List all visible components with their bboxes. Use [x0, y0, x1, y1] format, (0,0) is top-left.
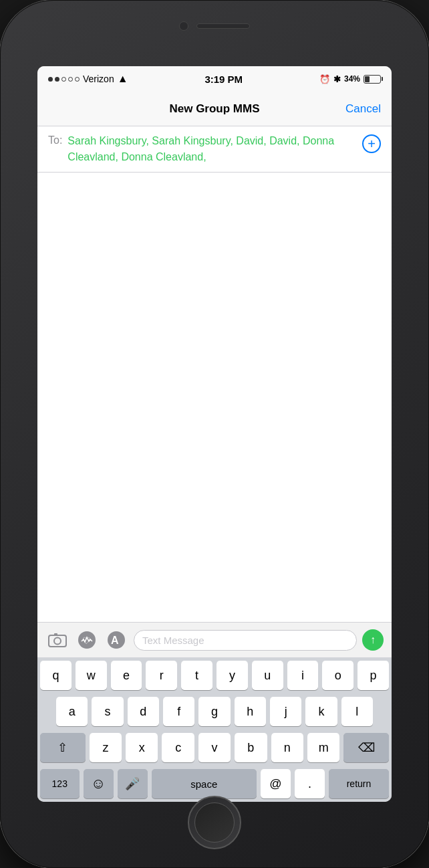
signal-dot-3	[61, 77, 66, 82]
numbers-key[interactable]: 123	[40, 769, 80, 798]
send-button[interactable]: ↑	[362, 629, 384, 651]
key-c[interactable]: c	[162, 733, 194, 762]
mic-key[interactable]: 🎤	[118, 769, 148, 798]
message-body[interactable]	[37, 173, 392, 622]
status-right: ⏰ ✱ 34%	[319, 74, 381, 84]
status-time: 3:19 PM	[204, 74, 243, 85]
front-camera	[179, 21, 188, 31]
period-key[interactable]: .	[295, 769, 325, 798]
home-button-inner	[194, 802, 235, 843]
at-label: @	[269, 777, 281, 791]
status-left: Verizon ▲	[48, 73, 128, 85]
delete-icon: ⌫	[358, 740, 375, 755]
mic-icon: 🎤	[125, 776, 140, 791]
key-g[interactable]: g	[198, 697, 230, 726]
battery-fill	[365, 76, 370, 82]
signal-dot-1	[48, 77, 53, 82]
key-l[interactable]: l	[341, 697, 373, 726]
key-i[interactable]: i	[287, 661, 319, 690]
status-bar: Verizon ▲ 3:19 PM ⏰ ✱ 34%	[37, 66, 392, 92]
key-j[interactable]: j	[270, 697, 301, 726]
key-p[interactable]: p	[358, 661, 389, 690]
key-v[interactable]: v	[198, 733, 231, 762]
key-q[interactable]: q	[40, 661, 72, 690]
keyboard-row-1: q w e r t y u i o p	[37, 657, 392, 693]
speaker-slot	[196, 23, 250, 29]
key-t[interactable]: t	[181, 661, 212, 690]
screen: Verizon ▲ 3:19 PM ⏰ ✱ 34% New Group MMS …	[37, 66, 392, 802]
signal-dot-5	[75, 77, 80, 82]
key-h[interactable]: h	[235, 697, 266, 726]
space-key[interactable]: space	[152, 769, 257, 798]
key-a[interactable]: a	[56, 697, 88, 726]
key-e[interactable]: e	[111, 661, 142, 690]
to-field: To: Sarah Kingsbury, Sarah Kingsbury, Da…	[37, 126, 392, 173]
text-input-placeholder: Text Message	[142, 635, 204, 646]
keyboard: q w e r t y u i o p a s d f g h j k	[37, 657, 392, 802]
key-u[interactable]: u	[252, 661, 283, 690]
alarm-icon: ⏰	[319, 74, 330, 84]
to-recipients[interactable]: Sarah Kingsbury, Sarah Kingsbury, David,…	[67, 133, 357, 165]
home-button[interactable]	[188, 796, 241, 849]
carrier-label: Verizon	[83, 74, 114, 84]
delete-key[interactable]: ⌫	[343, 733, 389, 762]
battery-icon	[364, 75, 381, 84]
keyboard-row-3: ⇧ z x c v b n m ⌫	[37, 730, 392, 766]
emoji-key[interactable]: ☺	[84, 769, 114, 798]
keyboard-row-2: a s d f g h j k l	[37, 693, 392, 730]
to-label: To:	[48, 133, 62, 146]
message-text-input[interactable]: Text Message	[134, 630, 357, 651]
svg-point-1	[54, 638, 61, 645]
appstore-button[interactable]: A	[104, 628, 128, 652]
key-z[interactable]: z	[90, 733, 122, 762]
at-key[interactable]: @	[261, 769, 291, 798]
key-y[interactable]: y	[217, 661, 248, 690]
wifi-icon: ▲	[118, 73, 128, 85]
message-input-area: ♡ A Text Message ↑	[37, 622, 392, 657]
key-m[interactable]: m	[307, 733, 339, 762]
key-s[interactable]: s	[92, 697, 123, 726]
svg-rect-2	[54, 633, 57, 636]
emoji-icon: ☺	[91, 775, 106, 792]
nav-bar: New Group MMS Cancel	[37, 92, 392, 126]
period-label: .	[308, 777, 311, 791]
nav-title: New Group MMS	[95, 102, 334, 116]
key-o[interactable]: o	[322, 661, 353, 690]
camera-button[interactable]	[45, 628, 69, 652]
return-label: return	[347, 778, 372, 789]
key-b[interactable]: b	[235, 733, 267, 762]
bluetooth-icon: ✱	[333, 74, 341, 84]
front-camera-area	[179, 21, 250, 31]
return-key[interactable]: return	[329, 769, 389, 798]
send-arrow-icon: ↑	[370, 635, 376, 645]
key-k[interactable]: k	[305, 697, 337, 726]
signal-dot-2	[55, 77, 59, 82]
key-r[interactable]: r	[146, 661, 177, 690]
add-recipient-button[interactable]: +	[362, 134, 381, 153]
heartbeat-button[interactable]: ♡	[75, 628, 99, 652]
key-w[interactable]: w	[76, 661, 107, 690]
numbers-label: 123	[52, 778, 67, 789]
shift-icon: ⇧	[57, 740, 67, 755]
svg-text:A: A	[111, 635, 119, 646]
battery-percent: 34%	[344, 74, 360, 84]
key-f[interactable]: f	[163, 697, 194, 726]
phone-frame: Verizon ▲ 3:19 PM ⏰ ✱ 34% New Group MMS …	[0, 0, 429, 868]
signal-strength	[48, 77, 80, 82]
key-x[interactable]: x	[126, 733, 158, 762]
signal-dot-4	[68, 77, 73, 82]
cancel-button[interactable]: Cancel	[334, 102, 381, 116]
space-label: space	[190, 778, 217, 790]
key-n[interactable]: n	[271, 733, 303, 762]
key-d[interactable]: d	[128, 697, 159, 726]
shift-key[interactable]: ⇧	[40, 733, 86, 762]
